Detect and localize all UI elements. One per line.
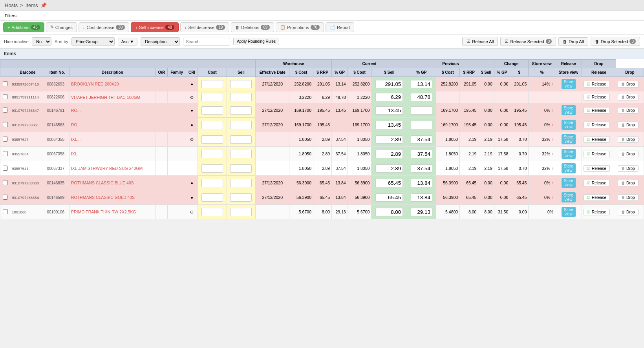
hide-inactive-select[interactable]: No Yes	[32, 37, 51, 46]
row-cur-sell-input[interactable]	[375, 93, 403, 101]
drop-button[interactable]: 🗑 Drop	[618, 209, 639, 215]
row-sell-input[interactable]	[230, 106, 252, 115]
rounding-rules-button[interactable]: Apply Rounding Rules	[233, 38, 279, 45]
description-select[interactable]: Description Barcode	[141, 37, 180, 46]
row-cost-input[interactable]	[201, 193, 223, 202]
row-sell-input[interactable]	[230, 93, 252, 101]
search-input[interactable]	[183, 38, 230, 46]
tab-additions[interactable]: + Additions 48	[3, 22, 44, 32]
description-link[interactable]: ROTHMANS CLASSIC GOLD 40S	[71, 195, 135, 200]
row-description[interactable]: BROOKLYN RED 200X20	[69, 77, 156, 91]
drop-button[interactable]: 🗑 Drop	[618, 194, 639, 201]
row-cur-sell-input[interactable]	[375, 208, 403, 216]
description-link[interactable]: BROOKLYN RED 200X20	[71, 82, 119, 86]
row-checkbox[interactable]	[3, 166, 8, 171]
tab-sell-decrease[interactable]: ↓ Sell decrease 19	[180, 22, 229, 32]
store-view-button[interactable]: Storeview	[562, 192, 576, 202]
row-description[interactable]: RO...	[69, 118, 156, 132]
row-sell-input[interactable]	[230, 135, 252, 144]
row-cur-sell-input[interactable]	[375, 179, 403, 187]
drop-button[interactable]: 🗑 Drop	[618, 165, 639, 172]
description-link[interactable]: IXL...	[71, 151, 81, 156]
row-checkbox[interactable]	[3, 137, 8, 142]
description-link[interactable]: RO...	[71, 122, 81, 127]
row-cost-input[interactable]	[201, 93, 223, 101]
release-button[interactable]: ☑ Release	[584, 81, 610, 87]
asc-button[interactable]: Asc ▼	[118, 38, 137, 46]
row-sell-input[interactable]	[230, 193, 252, 202]
row-cur-sell-input[interactable]	[375, 121, 403, 129]
sort-by-select[interactable]: PriceGroup Description Barcode	[71, 37, 115, 46]
description-link[interactable]: PRIMO FRANK THIN RW 2X2.5KG	[71, 210, 136, 214]
store-view-button[interactable]: Storeview	[562, 178, 576, 188]
row-checkbox[interactable]	[3, 107, 8, 113]
breadcrumb-pin-icon[interactable]: 📌	[40, 2, 47, 8]
row-cost-input[interactable]	[201, 179, 223, 187]
release-button[interactable]: ☑ Release	[584, 165, 610, 172]
description-link[interactable]: RO...	[71, 108, 81, 113]
tab-report[interactable]: 📄 Report	[326, 22, 354, 32]
row-cur-gp-input[interactable]	[411, 193, 432, 202]
description-link[interactable]: IXL...	[71, 137, 81, 142]
row-checkbox[interactable]	[3, 94, 8, 99]
tab-promotions[interactable]: 📋 Promotions 70	[276, 22, 324, 32]
release-button[interactable]: ☑ Release	[584, 94, 610, 100]
store-view-button[interactable]: Storeview	[562, 163, 576, 173]
row-checkbox[interactable]	[3, 209, 8, 214]
store-view-button[interactable]: Storeview	[562, 105, 576, 115]
row-description[interactable]: PRIMO FRANK THIN RW 2X2.5KG	[69, 205, 156, 219]
row-description[interactable]: IXL...	[69, 132, 156, 147]
breadcrumb-parent[interactable]: Hosts	[5, 2, 18, 8]
tab-deletions[interactable]: 🗑 Deletions 69	[231, 22, 274, 32]
row-sell-input[interactable]	[230, 208, 252, 216]
release-button[interactable]: ☑ Release	[584, 194, 610, 201]
release-button[interactable]: ☑ Release	[584, 180, 610, 186]
row-checkbox[interactable]	[3, 151, 8, 156]
tab-changes[interactable]: ✎ Changes	[46, 22, 77, 32]
drop-all-button[interactable]: 🗑 Drop All	[558, 37, 588, 46]
row-checkbox[interactable]	[3, 195, 8, 200]
row-cur-gp-input[interactable]	[411, 135, 432, 144]
row-sell-input[interactable]	[230, 150, 252, 158]
row-cost-input[interactable]	[201, 121, 223, 129]
row-cur-gp-input[interactable]	[411, 121, 432, 129]
release-button[interactable]: ☑ Release	[584, 107, 610, 114]
row-description[interactable]: ROTHMANS CLASSIC BLUE 40S	[69, 176, 156, 190]
store-view-button[interactable]: Storeview	[562, 134, 576, 144]
row-cost-input[interactable]	[201, 80, 223, 88]
drop-button[interactable]: 🗑 Drop	[618, 151, 639, 157]
row-cur-gp-input[interactable]	[411, 164, 432, 173]
row-cur-gp-input[interactable]	[411, 150, 432, 158]
row-sell-input[interactable]	[230, 179, 252, 187]
row-cur-gp-input[interactable]	[411, 80, 432, 88]
row-description[interactable]: VITAPET JERHIGH TRT BAC 100GM	[69, 91, 156, 103]
store-view-button[interactable]: Storeview	[562, 207, 576, 217]
row-checkbox[interactable]	[3, 81, 8, 86]
drop-button[interactable]: 🗑 Drop	[618, 122, 639, 128]
row-cur-sell-input[interactable]	[375, 135, 403, 144]
drop-button[interactable]: 🗑 Drop	[618, 180, 639, 186]
drop-button[interactable]: 🗑 Drop	[618, 107, 639, 114]
description-link[interactable]: VITAPET JERHIGH TRT BAC 100GM	[71, 95, 140, 100]
store-view-button[interactable]: Storeview	[562, 149, 576, 159]
row-cur-gp-input[interactable]	[411, 179, 432, 187]
row-description[interactable]: ROTHMANS CLASSIC GOLD 40S	[69, 190, 156, 205]
release-selected-button[interactable]: ☑ Release Selected 0	[500, 37, 556, 46]
row-description[interactable]: RO...	[69, 103, 156, 118]
drop-button[interactable]: 🗑 Drop	[618, 136, 639, 143]
row-cost-input[interactable]	[201, 164, 223, 173]
row-cost-input[interactable]	[201, 150, 223, 158]
row-cur-sell-input[interactable]	[375, 164, 403, 173]
row-cur-sell-input[interactable]	[375, 193, 403, 202]
store-view-button[interactable]: Storeview	[562, 120, 576, 130]
row-cost-input[interactable]	[201, 135, 223, 144]
description-link[interactable]: IXL JAM STRWBRY RED SUG 240GM	[71, 166, 143, 171]
description-link[interactable]: ROTHMANS CLASSIC BLUE 40S	[71, 180, 134, 185]
row-cur-gp-input[interactable]	[411, 106, 432, 115]
drop-button[interactable]: 🗑 Drop	[618, 81, 639, 87]
store-view-button[interactable]: Storeview	[562, 79, 576, 89]
release-all-button[interactable]: ☑ Release All	[462, 37, 498, 46]
tab-sell-increase[interactable]: ↑ Sell increase 48	[131, 22, 179, 32]
release-button[interactable]: ☑ Release	[584, 151, 610, 157]
row-sell-input[interactable]	[230, 121, 252, 129]
